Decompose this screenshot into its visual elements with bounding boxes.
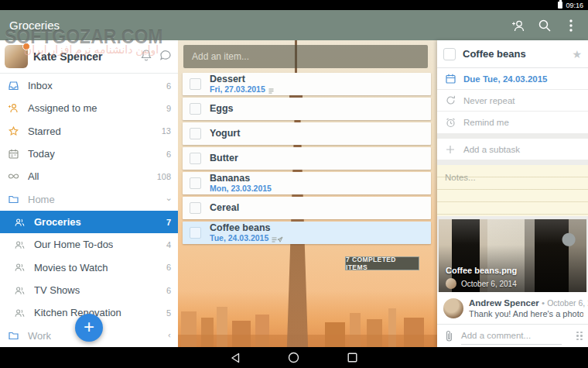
- user-avatar[interactable]: [5, 45, 28, 68]
- list-count: 6: [166, 263, 171, 272]
- repeat-row[interactable]: Never repeat: [437, 90, 588, 112]
- app-bar: Groceries: [0, 10, 588, 40]
- task-checkbox[interactable]: [190, 153, 201, 164]
- sidebar-item-starred[interactable]: Starred 13: [0, 120, 178, 143]
- reminder-label: Remind me: [463, 118, 509, 127]
- page-title: Groceries: [9, 19, 60, 32]
- task-title: Cereal: [210, 203, 239, 213]
- recents-icon[interactable]: [347, 352, 358, 363]
- task-checkbox[interactable]: [190, 78, 201, 90]
- add-comment-bar: Add a comment...: [437, 324, 588, 347]
- comments-section: Andrew Spencer • October 6, 2014 Thank y…: [437, 292, 588, 347]
- sidebar-item-home[interactable]: Home ›: [0, 188, 178, 211]
- task-checkbox[interactable]: [190, 177, 201, 189]
- sidebar-item-inbox[interactable]: Inbox 6: [0, 74, 178, 97]
- commenter-name: Andrew Spencer: [469, 298, 539, 308]
- sidebar-item-all[interactable]: All 108: [0, 165, 178, 187]
- task-row-dessert[interactable]: Dessert Fri, 27.03.2015: [183, 73, 431, 95]
- list-navigation: Inbox 6 Assigned to me 9 Starred 13 Toda…: [0, 74, 178, 347]
- calendar-icon: [9, 149, 19, 159]
- add-comment-placeholder: Add a comment...: [461, 331, 531, 340]
- sidebar-item-label: Home: [28, 194, 55, 205]
- add-subtask-label: Add a subtask: [463, 145, 520, 154]
- inbox-icon: [9, 81, 19, 91]
- sidebar-item-label: All: [28, 170, 39, 182]
- notifications-bell-icon[interactable]: [140, 49, 152, 64]
- attachment-photo[interactable]: Coffee beans.png October 6, 2014: [439, 219, 586, 292]
- task-due-date: Mon, 23.03.2015: [210, 184, 272, 193]
- notes-field[interactable]: Notes...: [437, 165, 588, 216]
- add-list-fab[interactable]: +: [75, 314, 103, 342]
- account-header[interactable]: Kate Spencer: [0, 40, 178, 74]
- sidebar-item-label: Movies to Watch: [34, 262, 108, 273]
- task-row-butter[interactable]: Butter: [183, 147, 431, 170]
- sidebar-item-movies-to-watch[interactable]: Movies to Watch 6: [0, 256, 178, 279]
- list-count: 6: [166, 150, 171, 159]
- chevron-icon[interactable]: ›: [166, 198, 174, 201]
- plus-icon: +: [84, 319, 94, 335]
- add-comment-input[interactable]: Add a comment...: [461, 328, 562, 345]
- sidebar-item-label: TV Shows: [34, 284, 80, 296]
- folder-icon: [9, 331, 19, 341]
- task-title: Eggs: [210, 104, 234, 114]
- android-nav-bar: [0, 347, 588, 368]
- sidebar-item-today[interactable]: Today 6: [0, 143, 178, 165]
- list-count: 9: [166, 104, 171, 113]
- add-subtask-row[interactable]: Add a subtask: [437, 139, 588, 160]
- folder-icon: [9, 194, 19, 205]
- people-icon: [15, 239, 25, 249]
- sidebar-item-label: Starred: [28, 126, 61, 137]
- attachment-icon: [277, 236, 283, 242]
- plus-icon: [445, 144, 456, 155]
- overflow-menu-icon[interactable]: [562, 16, 580, 35]
- search-icon[interactable]: [535, 16, 554, 35]
- reminder-row[interactable]: Remind me: [437, 112, 588, 133]
- task-row-cereal[interactable]: Cereal: [183, 197, 431, 219]
- add-item-placeholder: Add an item...: [192, 51, 249, 62]
- six-dot-handle-icon[interactable]: [576, 332, 583, 341]
- due-date-row[interactable]: Due Tue, 24.03.2015: [437, 68, 588, 90]
- people-icon: [15, 285, 25, 295]
- detail-checkbox[interactable]: [443, 48, 456, 60]
- sidebar-item-groceries[interactable]: Groceries 7: [0, 211, 178, 233]
- show-completed-button[interactable]: 7 COMPLETED ITEMS: [345, 256, 419, 270]
- comment-date: October 6, 2014: [547, 298, 588, 308]
- notes-placeholder: Notes...: [445, 173, 476, 182]
- add-member-icon[interactable]: [509, 16, 528, 35]
- star-icon[interactable]: ★: [572, 48, 582, 60]
- paperclip-icon[interactable]: [444, 330, 454, 342]
- sidebar-item-label: Groceries: [34, 216, 81, 228]
- sidebar-item-assigned-to-me[interactable]: Assigned to me 9: [0, 97, 178, 119]
- task-checkbox[interactable]: [190, 103, 201, 115]
- sidebar-item-tv-shows[interactable]: TV Shows 6: [0, 279, 178, 301]
- task-checkbox[interactable]: [190, 202, 201, 214]
- people-icon: [15, 308, 25, 318]
- task-row-bananas[interactable]: Bananas Mon, 23.03.2015: [183, 172, 431, 194]
- task-row-eggs[interactable]: Eggs: [183, 98, 431, 120]
- conversations-icon[interactable]: [159, 49, 172, 64]
- list-count: 6: [166, 286, 171, 295]
- user-name: Kate Spencer: [33, 50, 102, 63]
- task-row-yogurt[interactable]: Yogurt: [183, 122, 431, 145]
- back-icon[interactable]: [229, 352, 241, 363]
- home-icon[interactable]: [288, 352, 299, 363]
- commenter-avatar: [443, 298, 463, 318]
- task-checkbox[interactable]: [190, 227, 201, 239]
- task-title: Butter: [210, 153, 238, 163]
- list-count: 13: [162, 126, 171, 136]
- detail-header: Coffee beans ★: [437, 40, 588, 68]
- chevron-icon[interactable]: ›: [168, 332, 171, 340]
- add-item-input[interactable]: Add an item...: [183, 45, 428, 68]
- comment-text: Thank you! And here's a photo of it in c…: [469, 309, 583, 318]
- sidebar-item-label: Assigned to me: [28, 102, 97, 114]
- repeat-icon: [445, 95, 456, 106]
- assigned-icon: [9, 103, 19, 113]
- task-checkbox[interactable]: [190, 128, 201, 139]
- detail-meta: Due Tue, 24.03.2015 Never repeat Remind …: [437, 68, 588, 133]
- sidebar-item-our-home-to-dos[interactable]: Our Home To-dos 4: [0, 233, 178, 256]
- detail-title: Coffee beans: [463, 48, 526, 60]
- sidebar-item-label: Today: [28, 148, 55, 160]
- battery-icon: [558, 2, 562, 9]
- task-row-coffee-beans[interactable]: Coffee beans Tue, 24.03.2015: [183, 222, 431, 244]
- repeat-label: Never repeat: [463, 96, 514, 105]
